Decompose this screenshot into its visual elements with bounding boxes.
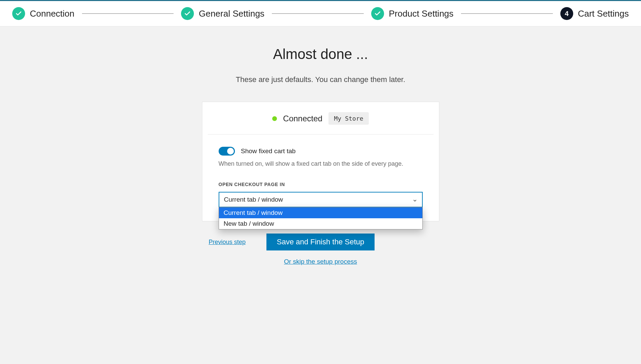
option-new-tab[interactable]: New tab / window [219,218,422,229]
step-label: Product Settings [389,8,454,19]
checkout-open-in-select[interactable]: Current tab / window [219,192,423,207]
option-current-tab[interactable]: Current tab / window [219,207,422,218]
step-connection[interactable]: Connection [12,7,75,20]
fixed-cart-tab-toggle[interactable] [219,147,235,156]
fixed-cart-tab-description: When turned on, will show a fixed cart t… [219,160,423,167]
checkout-open-in-dropdown: Current tab / window New tab / window [219,207,423,229]
step-connector [82,13,174,14]
step-number: 4 [565,10,568,18]
page-subtitle: These are just defaults. You can change … [236,75,405,84]
check-icon [181,7,194,20]
step-general-settings[interactable]: General Settings [181,7,264,20]
page-title: Almost done ... [273,46,368,62]
check-icon [371,7,384,20]
check-icon [12,7,25,20]
wizard-actions: Previous step Save and Finish the Setup [202,234,439,250]
skip-setup-link[interactable]: Or skip the setup process [284,258,357,265]
setup-stepper: Connection General Settings Product Sett… [0,0,641,26]
connection-status-row: Connected My Store [208,102,434,135]
select-value: Current tab / window [224,196,283,203]
step-cart-settings[interactable]: 4 Cart Settings [560,7,629,20]
step-label: General Settings [199,8,264,19]
settings-card: Connected My Store Show fixed cart tab W… [202,102,439,221]
checkout-select-label: OPEN CHECKOUT PAGE IN [219,182,423,187]
status-dot-icon [272,116,277,121]
previous-step-link[interactable]: Previous step [209,239,246,246]
main-content: Almost done ... These are just defaults.… [0,26,641,286]
chevron-down-icon [413,197,417,202]
status-label: Connected [283,114,322,123]
store-name-badge: My Store [328,112,369,125]
save-finish-button[interactable]: Save and Finish the Setup [266,234,374,250]
step-label: Connection [30,8,75,19]
step-connector [272,13,364,14]
fixed-cart-tab-label: Show fixed cart tab [241,147,296,155]
step-product-settings[interactable]: Product Settings [371,7,454,20]
step-number-icon: 4 [560,7,573,20]
step-connector [461,13,553,14]
step-label: Cart Settings [578,8,629,19]
